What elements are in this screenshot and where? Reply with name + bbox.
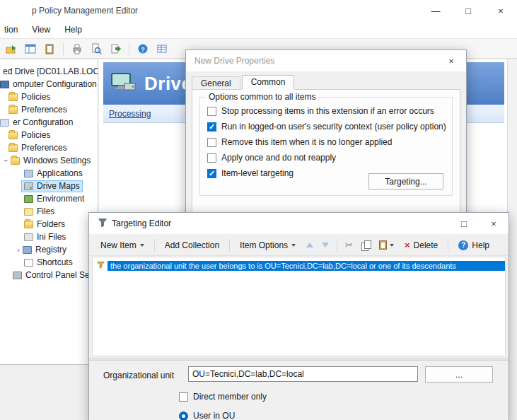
find-icon[interactable] xyxy=(88,40,105,57)
tree-item-label: Files xyxy=(36,206,54,216)
menu-help[interactable]: Help xyxy=(57,23,89,37)
option-stop-processing[interactable]: Stop processing items in this extension … xyxy=(207,103,452,119)
window-controls: — □ × xyxy=(419,0,517,21)
add-collection-button[interactable]: Add Collection xyxy=(159,238,225,253)
radio-selected-icon[interactable] xyxy=(179,412,188,420)
tree-item-user-configuration[interactable]: er Configuration xyxy=(0,116,98,129)
maximize-button[interactable]: □ xyxy=(452,0,484,21)
delete-button[interactable]: × Delete xyxy=(399,237,443,253)
move-up-button[interactable] xyxy=(303,240,317,250)
option-label: Item-level targeting xyxy=(221,168,294,178)
tree-item-preferences[interactable]: Preferences xyxy=(0,103,98,116)
cut-button[interactable]: ✂ xyxy=(342,237,356,253)
targeting-titlebar: Targeting Editor □ × xyxy=(89,213,509,234)
user-in-ou-option[interactable]: User in OU xyxy=(179,411,235,420)
targeting-dialog-title: Targeting Editor xyxy=(112,218,171,228)
control-panel-icon xyxy=(13,272,22,279)
navigate-icon[interactable] xyxy=(3,40,20,57)
checkbox-icon[interactable] xyxy=(179,392,188,402)
help-icon: ? xyxy=(458,240,468,250)
registry-icon xyxy=(23,246,32,254)
window-title: p Policy Management Editor xyxy=(0,6,138,16)
item-options-button[interactable]: Item Options xyxy=(234,238,301,253)
tree-item-computer-configuration[interactable]: omputer Configuration xyxy=(0,78,98,91)
options-group-label: Options common to all items xyxy=(206,92,318,102)
tree-item-windows-settings[interactable]: › Windows Settings xyxy=(0,154,98,167)
close-icon[interactable]: × xyxy=(436,50,466,71)
folder-icon xyxy=(11,157,20,165)
tree-item-policies-user[interactable]: Policies xyxy=(0,129,98,141)
main-titlebar: p Policy Management Editor — □ × xyxy=(0,0,517,21)
list-view-icon[interactable] xyxy=(153,40,170,57)
new-item-button[interactable]: New Item xyxy=(95,238,150,253)
environment-icon xyxy=(24,195,33,203)
checkbox-checked-icon[interactable] xyxy=(207,169,216,178)
tab-common[interactable]: Common xyxy=(242,75,295,90)
add-collection-label: Add Collection xyxy=(165,240,219,250)
new-drive-properties-dialog: New Drive Properties × General Common Op… xyxy=(185,49,467,219)
tree-item-folders[interactable]: Folders xyxy=(0,218,98,231)
paste-button[interactable] xyxy=(376,238,397,252)
option-remove-when-not-applied[interactable]: Remove this item when it is no longer ap… xyxy=(207,134,452,150)
toolbar-separator xyxy=(337,239,337,252)
checkbox-icon[interactable] xyxy=(207,138,216,147)
organizational-unit-input[interactable]: OU=Tecnici,DC=lab,DC=local xyxy=(188,366,418,382)
ou-item-icon xyxy=(96,260,105,272)
option-run-in-user-context[interactable]: Run in logged-on user's security context… xyxy=(207,119,452,134)
tree-item-applications[interactable]: Applications xyxy=(0,167,98,180)
direct-member-only-option[interactable]: Direct member only xyxy=(179,392,267,402)
copy-button[interactable] xyxy=(358,238,374,253)
properties-titlebar: New Drive Properties × xyxy=(186,50,466,71)
console-tree-icon[interactable] xyxy=(22,40,39,57)
close-button[interactable]: × xyxy=(484,0,517,21)
tree-item-drive-maps[interactable]: Drive Maps xyxy=(0,180,98,192)
tree-item-control-panel-settings[interactable]: Control Panel Sett xyxy=(0,269,98,281)
checkbox-icon[interactable] xyxy=(207,153,216,163)
print-icon[interactable] xyxy=(69,40,86,57)
user-icon xyxy=(0,119,9,127)
tree-item-policies[interactable]: Policies xyxy=(0,91,98,103)
move-down-button[interactable] xyxy=(318,240,332,250)
new-item-label: New Item xyxy=(100,240,136,250)
checkbox-checked-icon[interactable] xyxy=(207,122,216,132)
computer-icon xyxy=(0,81,9,88)
tree-item-registry[interactable]: › Registry xyxy=(0,243,98,256)
scissors-icon: ✂ xyxy=(345,240,353,250)
minimize-button[interactable]: — xyxy=(419,0,452,21)
organizational-unit-label: Organizational unit xyxy=(103,371,174,380)
expander-icon[interactable]: › xyxy=(14,245,23,254)
tree-item-mapped-drive[interactable]: ed Drive [DC01.LAB.LOCA xyxy=(0,65,98,78)
option-apply-once[interactable]: Apply once and do not reapply xyxy=(207,150,452,165)
help-button[interactable]: ? Help xyxy=(453,238,495,253)
menu-action[interactable]: tion xyxy=(0,23,25,37)
help-icon[interactable]: ? xyxy=(134,40,151,57)
options-group: Options common to all items Stop process… xyxy=(199,97,453,196)
option-label: Stop processing items in this extension … xyxy=(221,106,434,116)
close-icon[interactable]: × xyxy=(479,213,509,234)
targeting-item-text: the organizational unit the user belongs… xyxy=(108,261,505,271)
tree-item-environment[interactable]: Environment xyxy=(0,192,98,205)
funnel-icon xyxy=(98,218,108,230)
browse-button[interactable]: ... xyxy=(425,366,493,383)
toolbar-separator xyxy=(63,42,64,55)
checkbox-icon[interactable] xyxy=(207,107,216,116)
maximize-icon[interactable]: □ xyxy=(449,213,479,234)
svg-text:?: ? xyxy=(141,45,145,52)
tree-item-ini-files[interactable]: Ini Files xyxy=(0,231,98,243)
menu-view[interactable]: View xyxy=(25,23,57,37)
tree-item-files[interactable]: Files xyxy=(0,205,98,218)
direct-member-only-label: Direct member only xyxy=(193,392,267,402)
tree-item-label: Applications xyxy=(36,168,83,178)
tab-general[interactable]: General xyxy=(192,76,240,90)
targeting-item-row[interactable]: the organizational unit the user belongs… xyxy=(93,259,505,272)
targeting-button[interactable]: Targeting... xyxy=(368,173,443,189)
processing-link[interactable]: Processing xyxy=(109,109,151,119)
toolbar-separator xyxy=(154,239,155,252)
item-options-label: Item Options xyxy=(240,240,288,250)
tree-item-shortcuts[interactable]: Shortcuts xyxy=(0,256,98,269)
export-icon[interactable] xyxy=(107,40,124,57)
clipboard-icon[interactable] xyxy=(41,40,58,57)
tree-item-preferences-user[interactable]: Preferences xyxy=(0,141,98,154)
tree-item-label: Windows Settings xyxy=(23,156,91,165)
expander-icon[interactable]: › xyxy=(2,156,11,165)
